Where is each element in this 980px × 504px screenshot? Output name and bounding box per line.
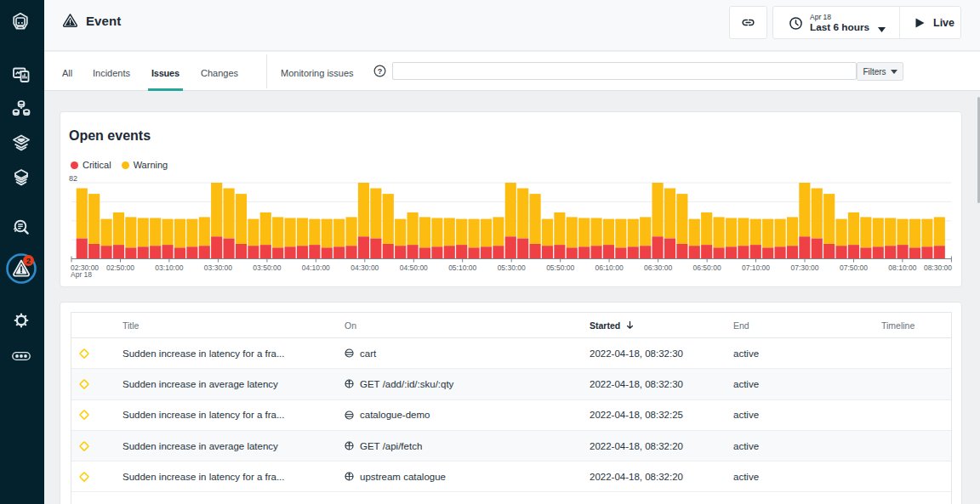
svg-text:03:30:00: 03:30:00 — [204, 263, 232, 272]
svg-text:07:30:00: 07:30:00 — [790, 263, 818, 272]
svg-text:04:30:00: 04:30:00 — [350, 263, 379, 272]
svg-text:07:50:00: 07:50:00 — [840, 263, 868, 272]
svg-text:04:10:00: 04:10:00 — [302, 263, 330, 272]
svg-text:06:30:00: 06:30:00 — [644, 263, 672, 272]
svg-text:03:50:00: 03:50:00 — [253, 263, 281, 272]
svg-text:06:10:00: 06:10:00 — [595, 263, 624, 272]
svg-text:05:10:00: 05:10:00 — [448, 263, 476, 272]
svg-text:08:30:00: 08:30:00 — [924, 263, 952, 272]
svg-text:04:50:00: 04:50:00 — [400, 263, 428, 272]
svg-text:Apr 18: Apr 18 — [71, 270, 92, 279]
svg-text:?: ? — [378, 67, 383, 76]
svg-text:06:50:00: 06:50:00 — [693, 263, 721, 272]
svg-text:02:50:00: 02:50:00 — [106, 263, 134, 272]
svg-text:03:10:00: 03:10:00 — [155, 263, 183, 272]
svg-text:05:50:00: 05:50:00 — [546, 263, 574, 272]
svg-text:08:10:00: 08:10:00 — [888, 263, 916, 272]
svg-text:05:30:00: 05:30:00 — [498, 263, 526, 272]
svg-text:07:10:00: 07:10:00 — [742, 263, 770, 272]
